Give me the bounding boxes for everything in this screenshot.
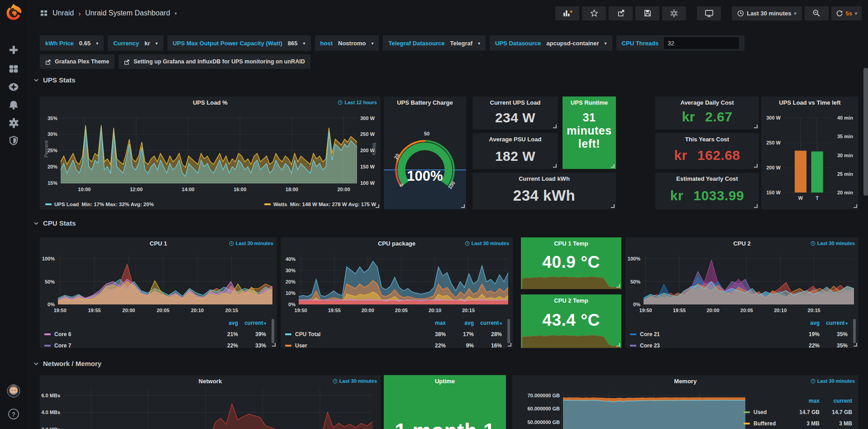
legend-col-sort[interactable]: current [238,320,266,326]
sidebar-dashboards-button[interactable] [0,61,27,77]
dashboard-title-caret-icon[interactable] [175,11,177,16]
section-cpu-stats[interactable]: CPU Stats [33,219,76,227]
variable-ups-datasource[interactable]: UPS Datasource apcupsd-container [490,35,612,51]
network-chart[interactable]: 6.0 MBs4.0 MBs2.0 MBs [40,385,381,429]
ups-load-chart[interactable]: 10:0012:0014:0016:0018:0020:0035%30%25%2… [40,106,381,197]
cpu-threads-input[interactable] [664,37,739,49]
panel-title[interactable]: CPU 2 Temp [521,294,621,304]
section-ups-stats[interactable]: UPS Stats [33,76,76,84]
panel-title[interactable]: UPS Runtime [563,96,616,106]
sidebar-create-button[interactable] [0,42,27,58]
panel-title[interactable]: UPS Load vs Time left [761,96,858,106]
temp-sparkline [522,275,620,289]
series-name[interactable]: Core 6 [54,331,210,337]
zoom-out-time-button[interactable] [805,6,829,20]
cpu2-chart[interactable]: 19:5019:5520:0020:0520:1020:15100%50%0% [625,247,858,315]
cpu-package-chart[interactable]: 19:5019:5520:0020:0520:1020:1540%30%20%1… [281,247,513,315]
series-name[interactable]: CPU Total [295,331,418,337]
variable-host[interactable]: host Nostromo [315,35,379,51]
legend-col[interactable]: avg [792,320,820,326]
sidebar-user-avatar[interactable] [0,383,27,399]
legend-col[interactable]: avg [446,320,474,326]
grafana-logo[interactable] [4,3,24,23]
svg-text:15%: 15% [48,180,57,186]
shield-icon [9,135,19,145]
star-dashboard-button[interactable] [582,6,606,20]
variable-ups-max-output[interactable]: UPS Max Output Power Capacity (Watt) 865 [167,35,311,51]
section-network-memory[interactable]: Network / Memory [33,360,101,367]
svg-text:20:00: 20:00 [122,308,135,313]
page-scrollbar[interactable] [863,68,868,196]
load-vs-time-chart[interactable]: 300 W250 W200 W150 W40 min35 min30 min25… [761,106,858,209]
panel-title[interactable]: Memory [512,375,858,385]
panel-title[interactable]: UPS Load % [40,96,381,106]
series-name[interactable]: Core 23 [640,342,792,349]
top-navbar: Unraid › Unraid System Dashboard Last 30… [27,0,868,26]
legend-scrollbar[interactable] [507,319,510,343]
current-value: 3 MB [820,420,852,427]
panel-title[interactable]: This Years Cost [655,133,759,143]
sidebar-configuration-button[interactable] [0,115,27,131]
battery-gauge[interactable]: 02050100 [384,106,466,209]
series-name[interactable]: Watts [273,202,287,207]
sidebar-help-button[interactable]: ? [0,406,27,422]
refresh-picker[interactable]: 5s [831,6,862,20]
series-name[interactable]: User [295,342,418,349]
panel-time-range-link[interactable]: Last 30 minutes [333,378,377,384]
series-swatch [630,333,636,335]
series-name[interactable]: Used [754,409,787,415]
help-icon: ? [8,408,19,420]
variable-value: 865 [288,40,298,47]
refresh-interval-label[interactable]: 5s [846,10,852,17]
breadcrumb-app[interactable]: Unraid [52,9,74,17]
panel-title[interactable]: Average Daily Cost [655,96,759,106]
variable-currency[interactable]: Currency kr [108,35,163,51]
legend-scrollbar[interactable] [272,319,274,343]
link-ups-monitoring-guide[interactable]: Setting up Grafana and InfluxDB for UPS … [119,54,310,69]
svg-text:20:15: 20:15 [462,308,475,313]
panel-title[interactable]: Current Load kWh [472,173,616,183]
panel-time-range-link[interactable]: Last 30 minutes [811,241,855,246]
series-name[interactable]: Core 7 [54,342,210,349]
legend-col-sort[interactable]: current [820,320,848,326]
legend-col-sort[interactable]: current [474,320,502,326]
series-name[interactable]: Buffered [754,420,787,427]
breadcrumb-dashboard-title[interactable]: Unraid System Dashboard [85,9,170,17]
kiosk-mode-button[interactable] [697,6,721,20]
svg-text:19:55: 19:55 [673,308,686,313]
series-name[interactable]: UPS Load [54,202,79,207]
panel-time-range-link[interactable]: Last 30 minutes [465,241,509,246]
panel-title[interactable]: UPS Battery Charge [384,96,466,106]
panel-title[interactable]: Current UPS Load [472,96,558,106]
legend-col[interactable]: avg [210,320,238,326]
legend-table: avgcurrent Core 621%39% Core 722%33% [44,317,272,351]
legend-col[interactable]: current [820,398,852,404]
legend-scrollbar[interactable] [853,319,856,343]
sidebar-explore-button[interactable] [0,79,27,95]
panel-time-range-link[interactable]: Last 30 minutes [811,378,855,384]
panel-title[interactable]: CPU 1 Temp [521,237,621,247]
add-panel-button[interactable] [555,6,579,20]
series-name[interactable]: Core 21 [640,331,792,337]
variable-kwh-price[interactable]: kWh Price 0.65 [40,35,104,51]
link-grafana-plex-theme[interactable]: Grafana Plex Theme [40,54,114,69]
cpu1-chart[interactable]: 19:5019:5520:0020:0520:1020:15100%50%0% [40,247,277,315]
sidebar-server-admin-button[interactable] [0,132,27,149]
legend-col[interactable]: max [418,320,446,326]
panel-title[interactable]: Average PSU Load [472,133,558,143]
dashboard-settings-button[interactable] [662,6,686,20]
legend-col[interactable]: max [787,398,820,404]
stat-value: 31 minutes left! [563,111,616,150]
variable-label: UPS Datasource [495,40,541,47]
panel-time-range-link[interactable]: Last 12 hours [338,100,377,105]
save-dashboard-button[interactable] [635,6,659,20]
time-range-picker[interactable]: Last 30 minutes [732,6,801,20]
panel-title[interactable]: Uptime [384,375,506,385]
panel-ups-runtime: UPS Runtime 31 minutes left! [563,96,616,169]
variable-telegraf-datasource[interactable]: Telegraf Datasource Telegraf [383,35,486,51]
panel-title[interactable]: Network [40,375,381,385]
sidebar-alerting-button[interactable] [0,97,27,113]
panel-time-range-link[interactable]: Last 30 minutes [229,241,273,246]
panel-title[interactable]: Estimated Yearly Cost [655,173,759,183]
share-dashboard-button[interactable] [609,6,633,20]
